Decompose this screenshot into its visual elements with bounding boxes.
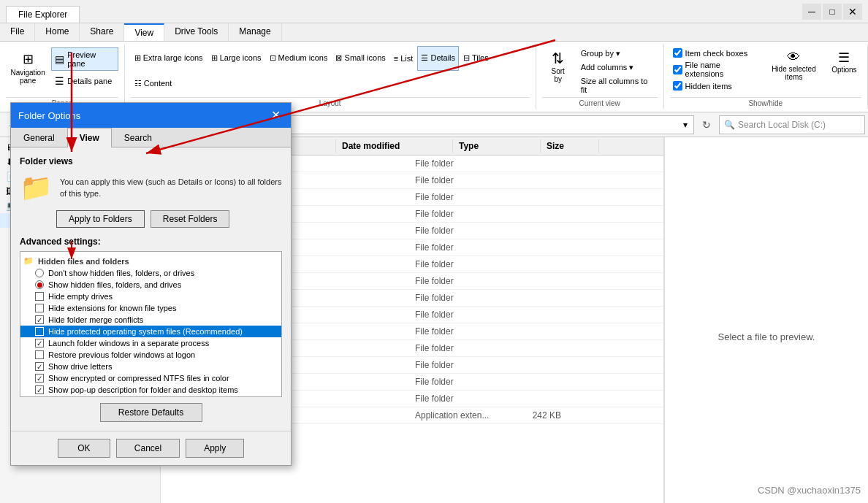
ribbon-content: ⊞ Navigation pane ▤ Preview pane ☰ Detai… bbox=[0, 42, 868, 112]
hide-folder-merge-checkbox[interactable]: ✓ bbox=[35, 315, 44, 324]
folder-icon-small: 📁 bbox=[23, 256, 34, 266]
extra-large-icons-btn[interactable]: ⊞ Extra large icons bbox=[131, 46, 207, 71]
file-name-extensions-label: File name extensions bbox=[685, 61, 758, 78]
show-hidden-radio[interactable] bbox=[35, 280, 44, 289]
current-view-group: ⇅ Sort by Group by ▾ Add columns ▾ Size … bbox=[536, 45, 664, 109]
large-icons-btn[interactable]: ⊞ Large icons bbox=[208, 46, 265, 71]
apply-to-folders-button[interactable]: Apply to Folders bbox=[56, 210, 145, 228]
adv-item-show-drive-letters[interactable]: ✓ Show drive letters bbox=[20, 361, 281, 372]
preview-pane-label: Preview pane bbox=[67, 50, 114, 68]
show-popup-checkbox[interactable]: ✓ bbox=[35, 385, 44, 394]
preview-pane-button[interactable]: ▤ Preview pane bbox=[51, 47, 118, 71]
restore-defaults-button[interactable]: Restore Defaults bbox=[100, 403, 202, 422]
title-tab-file-explorer[interactable]: File Explorer bbox=[6, 6, 80, 23]
type-column-header[interactable]: Type bbox=[453, 139, 541, 153]
options-icon: ☰ bbox=[838, 50, 850, 66]
item-check-boxes-checkbox[interactable] bbox=[673, 48, 682, 58]
hide-empty-drives-checkbox[interactable] bbox=[35, 292, 44, 301]
hidden-items-checkbox[interactable] bbox=[673, 81, 682, 91]
dropdown-arrow-icon[interactable]: ▾ bbox=[683, 120, 688, 130]
tiles-btn[interactable]: ⊟ Tiles bbox=[460, 46, 492, 71]
navigation-pane-button[interactable]: ⊞ Navigation pane bbox=[6, 47, 50, 88]
search-placeholder: Search Local Disk (C:) bbox=[738, 120, 826, 130]
advanced-settings-list[interactable]: 📁 Hidden files and folders Don't show hi… bbox=[20, 251, 282, 397]
list-btn[interactable]: ≡ List bbox=[390, 46, 417, 71]
dialog-tab-search[interactable]: Search bbox=[112, 128, 164, 147]
dialog-tab-view[interactable]: View bbox=[67, 128, 112, 147]
adv-item-hide-empty-drives[interactable]: Hide empty drives bbox=[20, 291, 281, 302]
adv-item-launch-separate[interactable]: ✓ Launch folder windows in a separate pr… bbox=[20, 337, 281, 349]
search-bar[interactable]: 🔍 Search Local Disk (C:) bbox=[719, 115, 865, 134]
folder-views-label: Folder views bbox=[20, 156, 282, 166]
adv-item-hide-extensions[interactable]: Hide extensions for known file types bbox=[20, 302, 281, 314]
layout-group: ⊞ Extra large icons ⊞ Large icons ⊡ Medi… bbox=[125, 45, 536, 109]
ribbon-tab-view[interactable]: View bbox=[124, 23, 164, 41]
hidden-items-label: Hidden items bbox=[685, 82, 732, 91]
date-modified-column-header[interactable]: Date modified bbox=[336, 139, 453, 153]
ribbon-tab-file[interactable]: File bbox=[0, 23, 35, 41]
maximize-button[interactable]: □ bbox=[823, 4, 842, 20]
sort-by-button[interactable]: ⇅ Sort by bbox=[542, 47, 574, 85]
close-button[interactable]: ✕ bbox=[843, 4, 862, 20]
hidden-items-option[interactable]: Hidden items bbox=[670, 80, 761, 91]
adv-item-show-popup[interactable]: ✓ Show pop-up description for folder and… bbox=[20, 384, 281, 396]
apply-button[interactable]: Apply bbox=[186, 439, 244, 458]
options-button[interactable]: ☰ Options bbox=[827, 47, 861, 76]
file-name-extensions-option[interactable]: File name extensions bbox=[670, 60, 761, 79]
adv-item-restore-previous[interactable]: Restore previous folder windows at logon bbox=[20, 349, 281, 361]
panes-group: ⊞ Navigation pane ▤ Preview pane ☰ Detai… bbox=[0, 45, 125, 109]
search-icon: 🔍 bbox=[724, 120, 735, 130]
dialog-tabs: General View Search bbox=[11, 128, 291, 147]
show-drive-letters-checkbox[interactable]: ✓ bbox=[35, 362, 44, 371]
group-by-button[interactable]: Group by ▾ bbox=[577, 47, 658, 60]
ribbon-tab-share[interactable]: Share bbox=[80, 23, 124, 41]
hide-items-icon: 👁 bbox=[787, 50, 800, 65]
ok-button[interactable]: OK bbox=[58, 439, 110, 458]
ribbon-tab-manage[interactable]: Manage bbox=[229, 23, 281, 41]
dont-show-hidden-radio[interactable] bbox=[35, 269, 44, 277]
folder-big-icon: 📁 bbox=[20, 172, 53, 203]
current-view-group-label: Current view bbox=[542, 97, 658, 107]
launch-separate-checkbox[interactable]: ✓ bbox=[35, 339, 44, 348]
details-btn[interactable]: ☰ Details bbox=[417, 46, 459, 71]
dialog-body: Folder views 📁 You can apply this view (… bbox=[11, 147, 291, 431]
details-pane-button[interactable]: ☰ Details pane bbox=[51, 72, 118, 90]
hide-extensions-checkbox[interactable] bbox=[35, 304, 44, 312]
restore-previous-checkbox[interactable] bbox=[35, 350, 44, 359]
adv-item-dont-show-hidden[interactable]: Don't show hidden files, folders, or dri… bbox=[20, 267, 281, 279]
medium-icons-btn[interactable]: ⊡ Medium icons bbox=[266, 46, 332, 71]
show-encrypted-checkbox[interactable]: ✓ bbox=[35, 374, 44, 383]
add-columns-button[interactable]: Add columns ▾ bbox=[577, 61, 658, 74]
adv-item-hide-protected[interactable]: Hide protected operating system files (R… bbox=[20, 326, 281, 337]
dialog-tab-general[interactable]: General bbox=[11, 128, 67, 147]
preview-message: Select a file to preview. bbox=[718, 331, 815, 342]
file-name-extensions-checkbox[interactable] bbox=[673, 65, 682, 74]
adv-item-hide-folder-merge[interactable]: ✓ Hide folder merge conflicts bbox=[20, 314, 281, 326]
advanced-settings-label: Advanced settings: bbox=[20, 237, 282, 247]
minimize-button[interactable]: ─ bbox=[802, 4, 821, 20]
dialog-titlebar: Folder Options ✕ bbox=[11, 103, 291, 128]
item-check-boxes-option[interactable]: Item check boxes bbox=[670, 47, 761, 58]
adv-item-show-encrypted[interactable]: ✓ Show encrypted or compressed NTFS file… bbox=[20, 372, 281, 384]
dialog-close-button[interactable]: ✕ bbox=[267, 107, 283, 123]
ribbon-tabs: File Home Share View Drive Tools Manage bbox=[0, 23, 868, 42]
reset-folders-button[interactable]: Reset Folders bbox=[151, 210, 230, 228]
ribbon-tab-drive-tools[interactable]: Drive Tools bbox=[164, 23, 229, 41]
small-icons-btn[interactable]: ⊠ Small icons bbox=[332, 46, 389, 71]
refresh-button[interactable]: ↻ bbox=[697, 115, 716, 134]
size-all-columns-button[interactable]: Size all columns to fit bbox=[577, 75, 658, 96]
ribbon-tab-home[interactable]: Home bbox=[35, 23, 80, 41]
size-column-header[interactable]: Size bbox=[541, 139, 599, 153]
details-pane-label: Details pane bbox=[67, 77, 112, 85]
adv-item-show-hidden[interactable]: Show hidden files, folders, and drives bbox=[20, 279, 281, 291]
dialog-window: Folder Options ✕ General View Search Fol… bbox=[10, 102, 292, 466]
title-bar: File Explorer ─ □ ✕ bbox=[0, 0, 868, 23]
nav-pane-icon: ⊞ bbox=[23, 51, 34, 67]
hide-selected-items-button[interactable]: 👁 Hide selected items bbox=[766, 47, 821, 83]
adv-item-hidden-files-header: 📁 Hidden files and folders bbox=[20, 255, 281, 267]
folder-views-buttons: Apply to Folders Reset Folders bbox=[56, 210, 282, 228]
hide-protected-checkbox[interactable] bbox=[35, 327, 44, 336]
content-btn[interactable]: ☷ Content bbox=[131, 72, 176, 96]
ribbon: File Home Share View Drive Tools Manage … bbox=[0, 23, 868, 112]
cancel-button[interactable]: Cancel bbox=[116, 439, 180, 458]
